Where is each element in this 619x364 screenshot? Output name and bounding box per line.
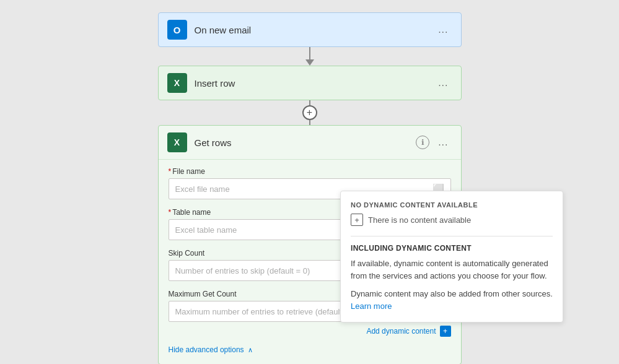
menu-dots-insert: ... <box>438 77 448 89</box>
step-header-insert[interactable]: X Insert row ... <box>159 66 461 100</box>
dynamic-content-plus-button[interactable]: + <box>440 326 451 337</box>
hide-advanced-options[interactable]: Hide advanced options ∧ <box>169 345 451 354</box>
step-header-get-rows[interactable]: X Get rows ℹ ... <box>159 126 461 159</box>
add-step-button[interactable]: + <box>302 105 317 120</box>
step-menu-trigger[interactable]: ... <box>434 22 452 38</box>
excel-icon-1: X <box>167 73 187 93</box>
including-title: INCLUDING DYNAMIC CONTENT <box>351 244 553 253</box>
max-count-placeholder: Maximum number of entries to retrieve (d… <box>175 307 367 316</box>
chevron-up-icon: ∧ <box>248 346 253 354</box>
panel-plus-icon: + <box>351 214 363 226</box>
no-dynamic-title: NO DYNAMIC CONTENT AVAILABLE <box>351 201 553 209</box>
step-title-insert: Insert row <box>195 78 435 89</box>
step-menu-get-rows[interactable]: ... <box>434 134 452 150</box>
hide-advanced-label: Hide advanced options <box>169 345 244 354</box>
outlook-icon: O <box>167 20 187 40</box>
step-header-trigger[interactable]: O On new email ... <box>159 13 461 46</box>
step-title-get-rows: Get rows <box>195 137 416 148</box>
menu-dots-get-rows: ... <box>438 137 448 148</box>
panel-learn-more: Dynamic content may also be added from o… <box>351 288 553 312</box>
file-name-label: *File name <box>169 167 451 176</box>
no-content-text: There is no content available <box>368 215 471 225</box>
skip-count-placeholder: Number of entries to skip (default = 0) <box>175 266 310 275</box>
panel-divider <box>351 236 553 236</box>
dynamic-content-panel: NO DYNAMIC CONTENT AVAILABLE + There is … <box>340 191 563 323</box>
panel-description: If available, dynamic content is automat… <box>351 258 553 282</box>
table-name-placeholder: Excel table name <box>175 225 237 235</box>
arrow-1 <box>305 47 314 66</box>
learn-more-link[interactable]: Learn more <box>351 301 392 311</box>
arrow-head-1 <box>305 59 314 66</box>
no-content-row: + There is no content available <box>351 214 553 226</box>
dynamic-content-link[interactable]: Add dynamic content + <box>169 326 451 337</box>
step-insert-row[interactable]: X Insert row ... <box>158 66 462 100</box>
step-on-new-email[interactable]: O On new email ... <box>158 12 462 47</box>
plus-connector[interactable]: + <box>302 100 317 125</box>
add-dynamic-content-label[interactable]: Add dynamic content <box>366 327 436 336</box>
menu-dots-trigger: ... <box>438 24 448 35</box>
excel-icon-2: X <box>167 132 187 152</box>
plus-line-top <box>309 100 310 105</box>
plus-line-bottom <box>309 120 310 125</box>
step-title-trigger: On new email <box>195 25 435 35</box>
step-menu-insert[interactable]: ... <box>434 75 452 91</box>
flow-canvas: O On new email ... X Insert row ... + <box>0 0 619 364</box>
file-name-placeholder: Excel file name <box>175 184 230 194</box>
arrow-line-1 <box>309 47 310 59</box>
info-icon[interactable]: ℹ <box>416 136 429 149</box>
